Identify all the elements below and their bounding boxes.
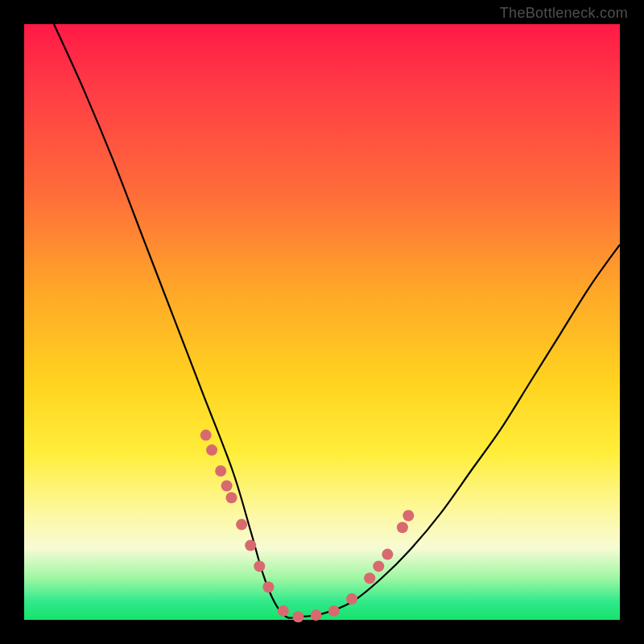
curve-svg xyxy=(24,24,620,620)
marker-dot xyxy=(278,605,289,617)
marker-group xyxy=(200,430,415,623)
watermark-text: TheBottleneck.com xyxy=(500,5,628,22)
marker-dot xyxy=(245,540,256,551)
bottleneck-curve-path xyxy=(54,24,620,618)
marker-dot xyxy=(226,492,237,503)
marker-dot xyxy=(200,430,212,441)
marker-dot xyxy=(402,510,414,522)
marker-dot xyxy=(373,560,384,572)
marker-dot xyxy=(346,593,357,605)
marker-dot xyxy=(221,481,233,492)
marker-dot xyxy=(311,609,322,621)
marker-dot xyxy=(397,522,408,533)
marker-dot xyxy=(328,605,340,617)
marker-dot xyxy=(292,611,303,622)
marker-dot xyxy=(364,572,375,584)
marker-dot xyxy=(215,465,226,477)
marker-dot xyxy=(262,581,274,592)
marker-dot xyxy=(236,519,247,530)
chart-frame: TheBottleneck.com xyxy=(0,0,644,644)
marker-dot xyxy=(254,560,265,572)
marker-dot xyxy=(206,444,217,456)
plot-area xyxy=(24,24,620,620)
marker-dot xyxy=(382,549,393,560)
